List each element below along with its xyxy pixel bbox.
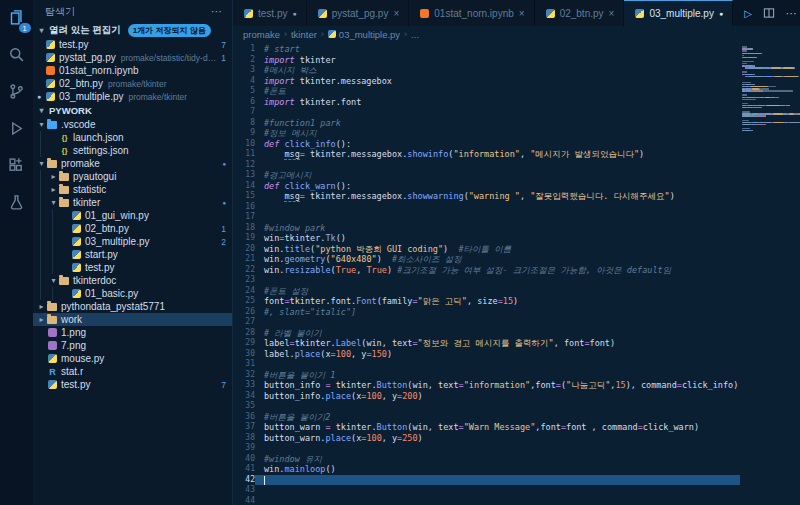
tree-item-pyautogui[interactable]: ▸pyautogui (33, 170, 232, 183)
code-line[interactable]: 39 (233, 443, 740, 454)
tree-item-start-py[interactable]: start.py (33, 248, 232, 261)
tab-test-py[interactable]: test.py● (233, 0, 307, 26)
more-actions-icon[interactable]: ⋯ (786, 7, 797, 20)
tab-01stat-norn-ipynb[interactable]: 01stat_norn.ipynb× (409, 0, 534, 26)
open-editor-item[interactable]: test.py7 (33, 38, 232, 51)
tree-item-01-gui-win-py[interactable]: 01_gui_win.py (33, 209, 232, 222)
open-editor-item[interactable]: 02_btn.pypromake/tkinter (33, 77, 232, 90)
tree-item-work[interactable]: ▸work (33, 313, 232, 326)
code-line[interactable]: 14def click_warn(): (233, 181, 740, 192)
code-line[interactable]: 22win.resizable(True, True) #크기조절 가능 여부 … (233, 265, 740, 276)
tree-item-7-png[interactable]: 7.png (33, 339, 232, 352)
tree-item--vscode[interactable]: ▾.vscode (33, 118, 232, 131)
code-line[interactable]: 25font=tkinter.font.Font(family="맑은 고딕",… (233, 296, 740, 307)
more-actions-icon[interactable]: ⋯ (211, 5, 222, 18)
code-line[interactable]: 27 (233, 317, 740, 328)
open-editors-header[interactable]: ▾ 열려 있는 편집기 1개가 저장되지 않음 (33, 23, 232, 38)
code-line[interactable]: 41win.mainloop() (233, 464, 740, 475)
code-line[interactable]: 40#window 유지 (233, 454, 740, 465)
code-line[interactable]: 34button_info.place(x=100, y=200) (233, 391, 740, 402)
code-line[interactable]: 36#버튼을 붙이기2 (233, 412, 740, 423)
code-line[interactable]: 4import tkinter.messagebox (233, 76, 740, 87)
tree-item-test-py[interactable]: test.py7 (33, 378, 232, 391)
open-editor-item[interactable]: 01stat_norn.ipynb (33, 64, 232, 77)
code-line[interactable]: 43 (233, 485, 740, 496)
breadcrumb-item[interactable]: 03_multiple.py (328, 29, 400, 40)
code-line[interactable]: 9#정보 메시지 (233, 128, 740, 139)
chevron-down-icon: ▾ (37, 26, 46, 35)
code-line[interactable]: 26#, slant="italic"] (233, 307, 740, 318)
code-line[interactable]: 2import tkinter (233, 55, 740, 66)
code-line[interactable]: 17 (233, 212, 740, 223)
tree-item-mouse-py[interactable]: mouse.py (33, 352, 232, 365)
code-line[interactable]: 42 (233, 475, 740, 486)
tree-item-stat-r[interactable]: Rstat.r (33, 365, 232, 378)
tab-03-multiple-py[interactable]: 03_multiple.py● (624, 0, 733, 26)
tree-item-settings-json[interactable]: {}settings.json (33, 144, 232, 157)
code-line[interactable]: 10def click_info(): (233, 139, 740, 150)
tree-item-1-png[interactable]: 1.png (33, 326, 232, 339)
code-line[interactable]: 7 (233, 107, 740, 118)
code-token: ) (387, 349, 392, 359)
tree-item-pythondata-pystat5771[interactable]: ▸pythondata_pystat5771 (33, 300, 232, 313)
code-editor[interactable]: 1# start2import tkinter3#메시지 박스4import t… (233, 42, 740, 505)
breadcrumb-item[interactable]: promake (243, 29, 280, 40)
code-line[interactable]: 6import tkinter.font (233, 97, 740, 108)
code-line[interactable]: 29label=tkinter.Label(win, text="정보와 경고 … (233, 338, 740, 349)
tree-item-tkinterdoc[interactable]: ▾tkinterdoc (33, 274, 232, 287)
tree-item-01-basic-py[interactable]: 01_basic.py (33, 287, 232, 300)
close-icon[interactable]: × (393, 8, 399, 19)
code-line[interactable]: 38button_warn.place(x=100, y=250) (233, 433, 740, 444)
activity-explorer[interactable]: 1 (5, 7, 29, 31)
activity-extensions[interactable] (5, 155, 29, 179)
activity-testing[interactable] (5, 192, 29, 216)
code-line[interactable]: 16 (233, 202, 740, 213)
code-line[interactable]: 20win.title("python 박종희 GUI coding") #타이… (233, 244, 740, 255)
code-line[interactable]: 1# start (233, 44, 740, 55)
tree-item-statistic[interactable]: ▸statistic (33, 183, 232, 196)
activity-run-debug[interactable] (5, 118, 29, 142)
breadcrumb-item[interactable]: tkinter (291, 29, 317, 40)
code-line[interactable]: 23 (233, 275, 740, 286)
code-line[interactable]: 13#경고메시지 (233, 170, 740, 181)
code-line[interactable]: 44 (233, 496, 740, 505)
code-line[interactable]: 21win.geometry("640x480") #최소사이즈 설정 (233, 254, 740, 265)
problems-badge: 7 (217, 380, 226, 390)
run-icon[interactable]: ▷ (744, 8, 752, 19)
breadcrumb-item[interactable]: ... (411, 29, 419, 40)
code-line[interactable]: 18#window park (233, 223, 740, 234)
tab-pystat-pg-py[interactable]: pystat_pg.py× (307, 0, 410, 26)
code-line[interactable]: 28# 라벨 붙이기 (233, 328, 740, 339)
activity-source-control[interactable] (5, 81, 29, 105)
code-line[interactable]: 8#function1 park (233, 118, 740, 129)
close-icon[interactable]: × (609, 8, 615, 19)
code-line[interactable]: 31 (233, 359, 740, 370)
tree-item-launch-json[interactable]: {}launch.json (33, 131, 232, 144)
tree-item-03-multiple-py[interactable]: 03_multiple.py2 (33, 235, 232, 248)
code-line[interactable]: 24#폰트 설정 (233, 286, 740, 297)
tree-item-02-btn-py[interactable]: 02_btn.py1 (33, 222, 232, 235)
code-line[interactable]: 19win=tkinter.Tk() (233, 233, 740, 244)
code-line[interactable]: 32#버튼을 붙이기 1 (233, 370, 740, 381)
code-line[interactable]: 5#폰트 (233, 86, 740, 97)
activity-search[interactable] (5, 44, 29, 68)
workspace-header[interactable]: ▾ PYWORK (33, 103, 232, 118)
minimap[interactable] (740, 42, 800, 505)
code-line[interactable]: 35 (233, 401, 740, 412)
close-icon[interactable]: × (519, 8, 525, 19)
tree-item-test-py[interactable]: test.py (33, 261, 232, 274)
code-line[interactable]: 37button_warn = tkinter.Button(win, text… (233, 422, 740, 433)
code-line[interactable]: 11 msg= tkinter.messagebox.showinfo("inf… (233, 149, 740, 160)
open-editor-item[interactable]: ●03_multiple.pypromake/tkinter (33, 90, 232, 103)
code-line[interactable]: 3#메시지 박스 (233, 65, 740, 76)
py-file-icon (635, 9, 644, 18)
tab-02-btn-py[interactable]: 02_btn.py× (535, 0, 625, 26)
split-editor-icon[interactable] (763, 7, 775, 19)
open-editor-item[interactable]: pystat_pg.pypromake/statistic/tidy-data-… (33, 51, 232, 64)
code-line[interactable]: 12 (233, 160, 740, 171)
tree-item-promake[interactable]: ▾promake● (33, 157, 232, 170)
code-line[interactable]: 15 msg= tkinter.messagebox.showwarning("… (233, 191, 740, 202)
code-line[interactable]: 30label.place(x=100, y=150) (233, 349, 740, 360)
code-line[interactable]: 33button_info = tkinter.Button(win, text… (233, 380, 740, 391)
tree-item-tkinter[interactable]: ▾tkinter● (33, 196, 232, 209)
